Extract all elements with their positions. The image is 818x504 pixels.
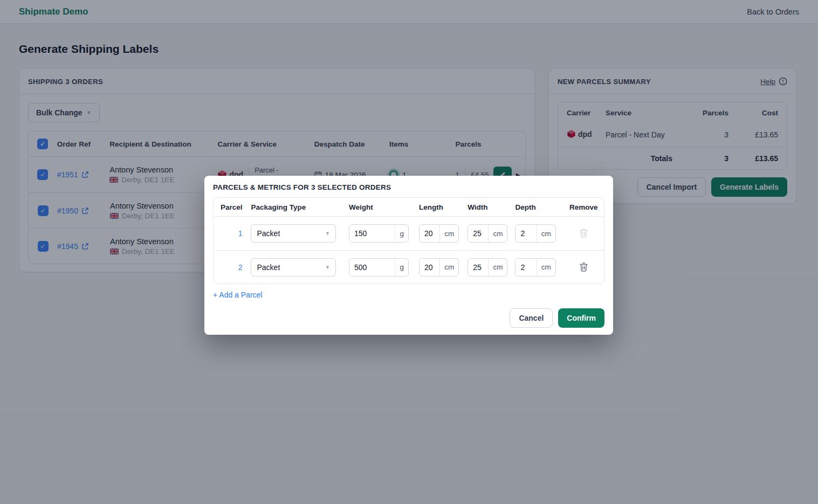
parcel-row-1: 1 Packet ▼ g cm	[214, 217, 604, 250]
length-input[interactable]	[420, 225, 439, 242]
remove-parcel-button[interactable]	[578, 261, 589, 273]
width-unit-label: cm	[488, 259, 507, 276]
depth-unit-label: cm	[537, 259, 555, 276]
column-header-packaging-type: Packaging Type	[251, 203, 335, 211]
parcel-number: 2	[214, 263, 242, 272]
length-unit-label: cm	[439, 225, 458, 242]
add-parcel-link[interactable]: + Add a Parcel	[213, 291, 262, 299]
packaging-type-value: Packet	[257, 229, 280, 238]
width-input[interactable]	[468, 225, 488, 242]
width-input[interactable]	[468, 259, 488, 276]
depth-input[interactable]	[515, 225, 536, 242]
length-input[interactable]	[420, 259, 439, 276]
packaging-type-value: Packet	[257, 263, 280, 272]
packaging-type-select[interactable]: Packet ▼	[251, 224, 335, 243]
parcels-table: Parcel Packaging Type Weight Length Widt…	[213, 197, 604, 284]
column-header-parcel: Parcel	[214, 203, 242, 211]
trash-icon	[579, 262, 588, 272]
parcels-metrics-modal: PARCELS & METRICS FOR 3 SELECTED ORDERS …	[204, 176, 613, 335]
weight-unit-label: g	[395, 259, 408, 276]
column-header-depth: Depth	[515, 203, 555, 211]
weight-input[interactable]	[349, 259, 395, 276]
depth-input[interactable]	[515, 259, 536, 276]
chevron-down-icon: ▼	[325, 231, 330, 236]
modal-title: PARCELS & METRICS FOR 3 SELECTED ORDERS	[213, 183, 604, 191]
parcels-table-header-row: Parcel Packaging Type Weight Length Widt…	[214, 198, 604, 217]
parcel-number: 1	[214, 229, 242, 238]
length-unit-label: cm	[439, 259, 458, 276]
weight-input[interactable]	[349, 225, 395, 242]
column-header-width: Width	[468, 203, 507, 211]
weight-unit-label: g	[395, 225, 408, 242]
depth-unit-label: cm	[537, 225, 555, 242]
column-header-weight: Weight	[349, 203, 409, 211]
packaging-type-select[interactable]: Packet ▼	[251, 258, 335, 277]
chevron-down-icon: ▼	[325, 265, 330, 270]
width-unit-label: cm	[488, 225, 507, 242]
trash-icon	[579, 228, 588, 238]
modal-cancel-button[interactable]: Cancel	[510, 308, 553, 328]
column-header-remove: Remove	[563, 203, 604, 211]
remove-parcel-button	[578, 227, 589, 239]
modal-confirm-button[interactable]: Confirm	[558, 308, 604, 328]
column-header-length: Length	[419, 203, 459, 211]
parcel-row-2: 2 Packet ▼ g cm	[214, 250, 604, 284]
